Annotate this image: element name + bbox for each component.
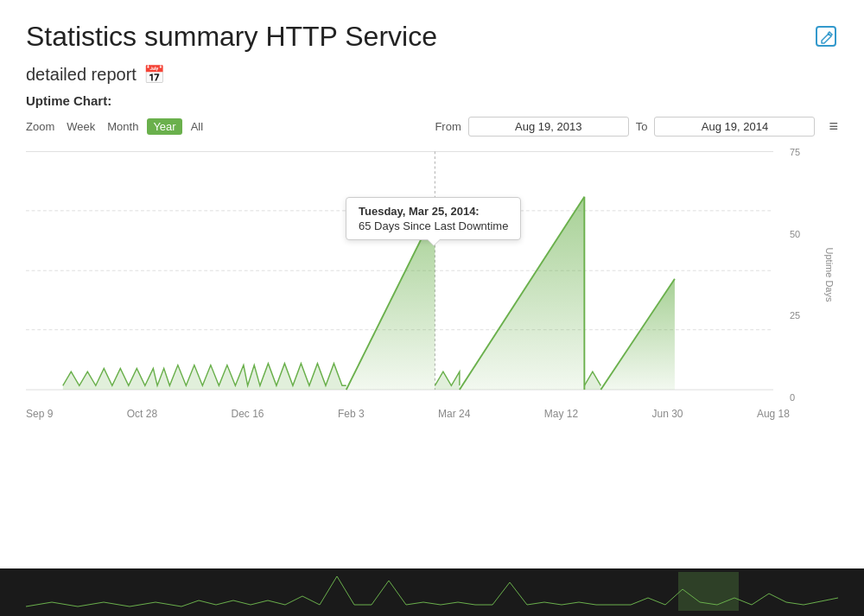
title-row: Statistics summary HTTP Service: [26, 21, 838, 54]
zoom-month-btn[interactable]: Month: [104, 118, 142, 135]
x-axis-labels: Sep 9 Oct 28 Dec 16 Feb 3 Mar 24 May 12 …: [26, 404, 838, 420]
calendar-icon: 📅: [143, 64, 165, 85]
svg-marker-12: [435, 372, 460, 390]
y-axis-label: Uptime Days: [824, 248, 835, 302]
date-controls: From To ≡: [435, 117, 838, 137]
hamburger-menu-icon[interactable]: ≡: [829, 117, 838, 136]
zoom-year-btn[interactable]: Year: [147, 118, 181, 135]
bottom-strip-chart: [26, 572, 838, 611]
uptime-chart-svg: [26, 145, 790, 404]
y-tick-0: 0: [790, 392, 821, 403]
x-label-may12: May 12: [544, 408, 578, 420]
y-tick-50: 50: [790, 229, 821, 239]
chart-dot: [430, 206, 440, 216]
page-container: Statistics summary HTTP Service detailed…: [0, 0, 864, 473]
section-label: detailed report 📅: [26, 64, 838, 85]
x-label-aug18: Aug 18: [757, 408, 790, 420]
zoom-controls: Zoom Week Month Year All: [26, 118, 206, 135]
to-label: To: [636, 120, 648, 133]
svg-rect-14: [678, 572, 739, 611]
zoom-label: Zoom: [26, 120, 54, 133]
x-label-oct28: Oct 28: [127, 408, 157, 420]
from-label: From: [435, 120, 461, 133]
zoom-all-btn[interactable]: All: [187, 118, 206, 135]
x-label-jun30: Jun 30: [652, 408, 683, 420]
x-label-sep9: Sep 9: [26, 408, 53, 420]
zoom-week-btn[interactable]: Week: [63, 118, 98, 135]
y-tick-75: 75: [790, 147, 821, 157]
chart-wrapper: Tuesday, Mar 25, 2014: 65 Days Since Las…: [26, 145, 838, 473]
uptime-chart-label: Uptime Chart:: [26, 93, 838, 108]
x-label-mar24: Mar 24: [438, 408, 470, 420]
chart-controls: Zoom Week Month Year All From To ≡: [26, 117, 838, 137]
from-date-input[interactable]: [468, 117, 629, 137]
y-tick-25: 25: [790, 310, 821, 321]
section-text: detailed report: [26, 65, 137, 85]
bottom-strip: [0, 568, 864, 616]
x-label-dec16: Dec 16: [232, 408, 264, 420]
edit-icon[interactable]: [816, 26, 838, 54]
to-date-input[interactable]: [654, 117, 815, 137]
page-title: Statistics summary HTTP Service: [26, 21, 437, 53]
svg-marker-11: [63, 364, 346, 390]
x-label-feb3: Feb 3: [338, 408, 365, 420]
